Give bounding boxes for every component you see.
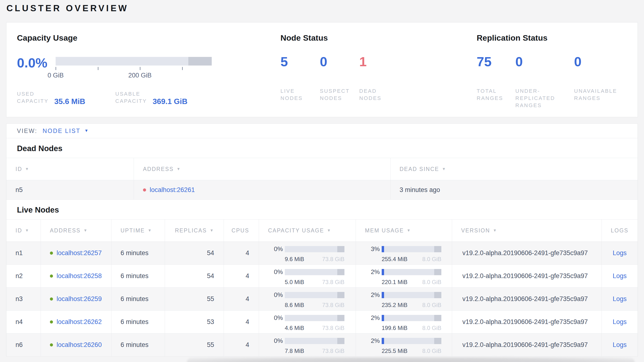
node-list-panel: VIEW: NODE LIST ▼ Dead Nodes ID▼ADDRESS▼… <box>6 123 638 356</box>
capacity-used-value: 5.0 MiB <box>285 279 304 285</box>
live-node-logs-cell: Logs <box>602 333 638 356</box>
dead-node-id-cell: n5 <box>6 180 134 200</box>
capacity-stat: USABLE CAPACITY369.1 GiB <box>115 90 188 105</box>
live-node-replicas-cell: 55 <box>165 288 224 310</box>
replication-status-stat-label: UNDER- REPLICATED RANGES <box>515 88 574 109</box>
live-nodes-header-uptime[interactable]: UPTIME▼ <box>112 220 165 242</box>
live-nodes-header-version[interactable]: VERSION▼ <box>452 220 602 242</box>
live-nodes-header-capacity[interactable]: CAPACITY USAGE▼ <box>259 220 356 242</box>
dead-node-address-link[interactable]: localhost:26261 <box>150 186 195 194</box>
capacity-usage-labels: 8.6 MiB73.8 GiB <box>285 302 344 308</box>
live-nodes-header-mem[interactable]: MEM USAGE▼ <box>356 220 452 242</box>
live-node-address-link[interactable]: localhost:26258 <box>56 272 102 280</box>
live-nodes-header-logs[interactable]: LOGS <box>602 220 638 242</box>
dead-nodes-header-id[interactable]: ID▼ <box>6 158 134 180</box>
live-node-dot-icon <box>50 252 53 255</box>
live-node-address-cell: localhost:26262 <box>41 311 112 333</box>
capacity-usage-bar-row: 0% <box>270 337 344 344</box>
live-node-logs-link[interactable]: Logs <box>613 341 627 349</box>
replication-status-stat-label: TOTAL RANGES <box>477 88 515 102</box>
mem-usage-bar-used <box>382 315 384 321</box>
dead-nodes-header-dead_since[interactable]: DEAD SINCE▼ <box>390 158 638 180</box>
capacity-usage-cell: 0%8.6 MiB73.8 GiB <box>259 288 356 310</box>
live-node-logs-link[interactable]: Logs <box>613 272 627 280</box>
replication-status-stat-value: 0 <box>574 55 617 68</box>
mem-usage-bar-row: 2% <box>366 291 441 299</box>
live-node-version-cell: v19.2.0-alpha.20190606-2491-gfe735c9a97 <box>452 265 602 287</box>
live-node-cpus-cell: 4 <box>224 311 259 333</box>
sort-caret-icon: ▼ <box>25 167 29 171</box>
capacity-usage-bar <box>285 338 344 344</box>
capacity-usage-percent: 0% <box>270 245 283 253</box>
capacity-usage-cell: 0%7.8 MiB73.8 GiB <box>259 333 356 356</box>
dead-nodes-heading: Dead Nodes <box>6 138 638 158</box>
live-node-address-link[interactable]: localhost:26259 <box>56 295 102 303</box>
mem-usage-bar <box>382 269 441 275</box>
live-nodes-header-cpus[interactable]: CPUS <box>224 220 259 242</box>
live-node-id-cell: n4 <box>6 311 41 333</box>
capacity-used-value: 4.6 MiB <box>285 325 304 331</box>
view-label: VIEW: <box>17 127 37 134</box>
node-status-stat: 5LIVE NODES <box>280 55 320 102</box>
capacity-stat-value: 369.1 GiB <box>152 98 188 105</box>
replication-status-stat-value: 0 <box>515 55 574 68</box>
dead-node-row: n5localhost:262613 minutes ago <box>6 180 638 200</box>
capacity-total-value: 73.8 GiB <box>322 256 344 263</box>
mem-usage-bar-used <box>382 269 384 275</box>
mem-total-value: 8.0 GiB <box>422 325 441 331</box>
live-node-uptime-cell: 6 minutes <box>112 265 165 287</box>
node-status-stat-label: DEAD NODES <box>359 88 398 102</box>
replication-status-stat: 0UNAVAILABLE RANGES <box>574 55 617 109</box>
live-node-address-link[interactable]: localhost:26257 <box>56 249 102 257</box>
capacity-bar <box>56 57 212 66</box>
live-node-logs-link[interactable]: Logs <box>613 295 627 303</box>
live-node-dot-icon <box>50 343 53 346</box>
capacity-total-value: 73.8 GiB <box>322 325 344 331</box>
capacity-total-value: 73.8 GiB <box>322 302 344 308</box>
sort-caret-icon: ▼ <box>177 167 181 171</box>
live-node-dot-icon <box>50 320 53 323</box>
live-node-cpus-cell: 4 <box>224 333 259 356</box>
live-node-row: n6localhost:262606 minutes5540%7.8 MiB73… <box>6 333 638 356</box>
view-selector-dropdown[interactable]: NODE LIST ▼ <box>42 127 88 134</box>
live-nodes-header-label-id: ID <box>16 227 22 234</box>
live-node-address-link[interactable]: localhost:26262 <box>56 318 102 326</box>
mem-usage-percent: 2% <box>366 314 380 322</box>
capacity-usage-bar-row: 0% <box>270 268 344 276</box>
view-selected-value: NODE LIST <box>42 127 80 134</box>
sort-caret-icon: ▼ <box>407 228 411 233</box>
capacity-usage-bar-cap <box>337 246 344 252</box>
live-node-replicas-cell: 54 <box>165 242 224 264</box>
mem-total-value: 8.0 GiB <box>422 302 441 308</box>
capacity-axis-tick-label: 0 GiB <box>48 72 64 79</box>
live-node-logs-link[interactable]: Logs <box>613 318 627 326</box>
dead-nodes-header-address[interactable]: ADDRESS▼ <box>134 158 390 180</box>
live-nodes-header-label-uptime: UPTIME <box>120 227 145 234</box>
capacity-usage-chart: 0.0% 0 GiB200 GiB <box>17 57 280 79</box>
mem-usage-bar-cap <box>434 315 441 321</box>
mem-usage-bar <box>382 338 441 344</box>
live-node-address-link[interactable]: localhost:26260 <box>56 341 102 349</box>
mem-usage-percent: 2% <box>366 291 380 299</box>
live-nodes-header-replicas[interactable]: REPLICAS▼ <box>165 220 224 242</box>
replication-status-stat-value: 75 <box>477 55 515 68</box>
live-nodes-header-label-address: ADDRESS <box>50 227 81 234</box>
live-node-row: n4localhost:262626 minutes5340%4.6 MiB73… <box>6 311 638 333</box>
live-node-cpus-cell: 4 <box>224 288 259 310</box>
mem-usage-bar-cap <box>434 269 441 275</box>
capacity-stat-label: USED CAPACITY <box>17 90 48 105</box>
dead-nodes-header-row: ID▼ADDRESS▼DEAD SINCE▼ <box>6 158 638 180</box>
mem-usage-bar <box>382 246 441 252</box>
capacity-stat-value: 35.6 MiB <box>54 98 85 105</box>
capacity-usage-bar-cap <box>337 292 344 298</box>
capacity-usage-bar-cap <box>337 338 344 344</box>
live-nodes-header-id[interactable]: ID▼ <box>6 220 41 242</box>
live-node-logs-link[interactable]: Logs <box>613 249 627 257</box>
capacity-usage-labels: 7.8 MiB73.8 GiB <box>285 348 344 354</box>
live-node-row: n1localhost:262576 minutes5440%9.6 MiB73… <box>6 242 638 265</box>
live-nodes-header-row: ID▼ADDRESS▼UPTIME▼REPLICAS▼CPUSCAPACITY … <box>6 219 638 242</box>
mem-total-value: 8.0 GiB <box>422 279 441 285</box>
capacity-axis-tick <box>182 67 182 70</box>
replication-status-stats: 75TOTAL RANGES0UNDER- REPLICATED RANGES0… <box>477 55 638 109</box>
live-nodes-header-address[interactable]: ADDRESS▼ <box>41 220 112 242</box>
